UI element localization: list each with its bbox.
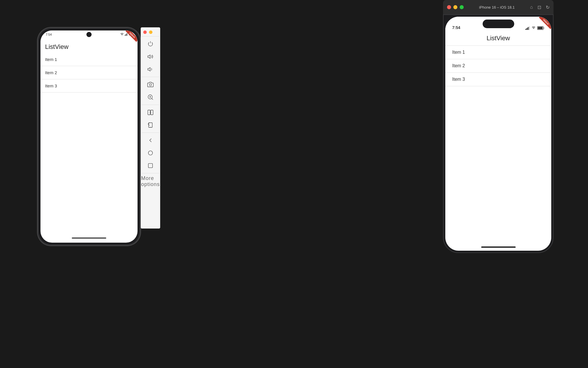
toolbar-power-button[interactable] xyxy=(144,38,157,50)
svg-rect-21 xyxy=(528,27,529,30)
ios-home-icon[interactable]: ⌂ xyxy=(530,5,533,10)
svg-rect-14 xyxy=(148,110,150,115)
ios-list-item[interactable]: Item 1 xyxy=(445,46,551,59)
toolbar-divider-2 xyxy=(142,77,159,77)
ios-device: 7:54 xyxy=(443,14,554,253)
emulator-toolbar: More options xyxy=(141,27,160,229)
volume-down-icon xyxy=(147,66,154,72)
ios-screen: 7:54 xyxy=(445,17,551,251)
svg-line-11 xyxy=(152,98,153,99)
power-icon xyxy=(147,41,154,47)
toolbar-more-button[interactable]: More options xyxy=(144,175,157,187)
android-device: 7:54 xyxy=(37,27,141,246)
android-screen: 7:54 xyxy=(40,30,138,243)
fold-icon xyxy=(147,109,154,116)
android-list-item[interactable]: Item 2 xyxy=(40,66,138,79)
toolbar-home-button[interactable] xyxy=(144,147,157,159)
toolbar-theme-button[interactable] xyxy=(144,106,157,119)
toolbar-recents-button[interactable] xyxy=(144,159,157,172)
svg-rect-19 xyxy=(525,29,526,30)
toolbar-divider-5 xyxy=(142,173,159,173)
ios-list-item[interactable]: Item 2 xyxy=(445,59,551,73)
toolbar-divider-3 xyxy=(142,105,159,105)
ios-titlebar-minimize-button[interactable] xyxy=(453,5,457,9)
volume-up-icon xyxy=(147,53,154,60)
android-list: Item 1 Item 2 Item 3 xyxy=(40,53,138,93)
svg-rect-15 xyxy=(151,110,153,115)
ios-list-item[interactable]: Item 3 xyxy=(445,73,551,86)
ios-simulator-title: iPhone 16 – iOS 18.1 xyxy=(466,5,528,9)
ios-titlebar-fullscreen-button[interactable] xyxy=(460,5,464,9)
ios-time: 7:54 xyxy=(452,25,460,30)
svg-point-9 xyxy=(149,84,151,86)
toolbar-zoom-button[interactable] xyxy=(144,91,157,103)
toolbar-screenshot-button[interactable] xyxy=(144,78,157,91)
camera-icon xyxy=(147,81,154,88)
toolbar-divider-top xyxy=(142,36,159,37)
ios-rotate-icon[interactable]: ↻ xyxy=(546,5,550,10)
android-time: 7:54 xyxy=(46,33,52,36)
toolbar-minimize-button[interactable] xyxy=(149,30,152,34)
home-icon xyxy=(147,150,154,156)
android-list-item[interactable]: Item 1 xyxy=(40,53,138,66)
toolbar-rotate-button[interactable] xyxy=(144,119,157,131)
toolbar-volume-up-button[interactable] xyxy=(144,50,157,63)
toolbar-divider-4 xyxy=(142,133,159,133)
ios-dynamic-island xyxy=(483,20,514,28)
svg-point-17 xyxy=(148,151,153,155)
android-camera-notch xyxy=(86,32,92,37)
svg-marker-7 xyxy=(148,55,150,59)
ios-app-title: ListView xyxy=(452,34,544,42)
android-list-item[interactable]: Item 3 xyxy=(40,79,138,93)
android-frame: 7:54 xyxy=(37,27,141,246)
back-icon xyxy=(147,137,154,143)
ios-titlebar-icons: ⌂ ⊡ ↻ xyxy=(530,5,550,10)
more-dots-icon: More options xyxy=(141,175,160,187)
rotate-icon xyxy=(147,122,154,128)
toolbar-window-controls xyxy=(141,29,160,35)
ios-device-wrapper: iPhone 16 – iOS 18.1 ⌂ ⊡ ↻ 7:54 xyxy=(443,0,554,253)
ios-titlebar-close-button[interactable] xyxy=(447,5,451,9)
ios-app-header: ListView xyxy=(445,32,551,45)
android-app-title: ListView xyxy=(45,43,133,51)
toolbar-close-button[interactable] xyxy=(143,30,147,34)
ios-list: Item 1 Item 2 Item 3 xyxy=(445,46,551,86)
zoom-icon xyxy=(147,94,154,100)
ios-home-bar xyxy=(481,246,516,248)
recents-icon xyxy=(147,162,154,169)
svg-rect-20 xyxy=(527,28,527,30)
android-home-bar xyxy=(72,237,106,239)
ios-simulator-titlebar: iPhone 16 – iOS 18.1 ⌂ ⊡ ↻ xyxy=(443,0,554,14)
svg-rect-18 xyxy=(148,164,153,168)
toolbar-volume-down-button[interactable] xyxy=(144,63,157,76)
svg-marker-8 xyxy=(148,68,150,71)
ios-signal-icon xyxy=(525,26,530,30)
svg-rect-22 xyxy=(529,26,530,30)
toolbar-back-button[interactable] xyxy=(144,134,157,147)
ios-screenshot-icon[interactable]: ⊡ xyxy=(537,5,541,10)
